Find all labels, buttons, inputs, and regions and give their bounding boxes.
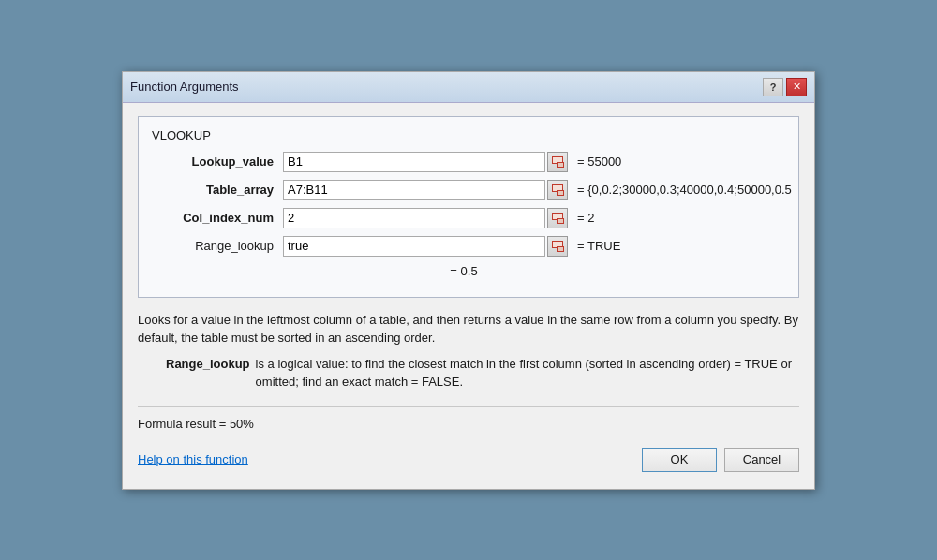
- formula-result-display: = 0.5: [450, 264, 477, 278]
- arg-row-1: Table_array= {0,0.2;30000,0.3;40000,0.4;…: [152, 180, 785, 200]
- arg-label-3: Range_lookup: [152, 239, 283, 253]
- ok-button[interactable]: OK: [642, 448, 717, 472]
- arg-result-0: = 55000: [577, 155, 621, 169]
- arg-row-3: Range_lookup= TRUE: [152, 236, 785, 257]
- footer-buttons: OK Cancel: [642, 448, 799, 472]
- arg-input-1[interactable]: [283, 180, 545, 200]
- param-description-text: is a logical value: to find the closest …: [256, 355, 799, 391]
- function-name: VLOOKUP: [152, 128, 785, 142]
- formula-result-row: = 0.5: [152, 264, 785, 278]
- arg-label-2: Col_index_num: [152, 211, 283, 225]
- collapse-icon-2: [551, 212, 564, 225]
- arg-input-0[interactable]: [283, 152, 545, 172]
- separator: [138, 406, 799, 407]
- dialog-content: VLOOKUP Lookup_value= 55000Table_array= …: [123, 103, 814, 489]
- arg-input-wrapper-3: = TRUE: [283, 236, 785, 257]
- collapse-icon-0: [551, 155, 564, 169]
- close-button[interactable]: ✕: [786, 78, 807, 96]
- arg-result-3: = TRUE: [577, 239, 620, 253]
- collapse-icon-1: [551, 184, 564, 197]
- collapse-btn-3[interactable]: [547, 236, 568, 257]
- formula-footer: Formula result = 50%: [138, 417, 799, 431]
- arg-result-1: = {0,0.2;30000,0.3;40000,0.4;50000,0.5: [577, 183, 792, 197]
- description-section: Looks for a value in the leftmost column…: [138, 307, 799, 399]
- arg-rows: Lookup_value= 55000Table_array= {0,0.2;3…: [152, 152, 785, 257]
- main-description: Looks for a value in the leftmost column…: [138, 311, 799, 347]
- cancel-button[interactable]: Cancel: [724, 448, 799, 472]
- title-bar: Function Arguments ? ✕: [123, 72, 814, 103]
- collapse-icon-3: [551, 240, 564, 253]
- arg-input-2[interactable]: [283, 208, 545, 228]
- param-description: Range_lookup is a logical value: to find…: [138, 355, 799, 391]
- arg-label-0: Lookup_value: [152, 155, 283, 169]
- dialog-title: Function Arguments: [130, 80, 239, 94]
- function-box: VLOOKUP Lookup_value= 55000Table_array= …: [138, 116, 799, 298]
- title-bar-buttons: ? ✕: [763, 78, 807, 96]
- arg-row-0: Lookup_value= 55000: [152, 152, 785, 172]
- param-name: Range_lookup: [166, 355, 250, 374]
- formula-result-text: Formula result = 50%: [138, 417, 254, 431]
- collapse-btn-2[interactable]: [547, 208, 568, 228]
- arg-row-2: Col_index_num= 2: [152, 208, 785, 228]
- arg-result-2: = 2: [577, 211, 594, 225]
- help-link[interactable]: Help on this function: [138, 452, 248, 466]
- collapse-btn-0[interactable]: [547, 152, 568, 172]
- arg-input-wrapper-2: = 2: [283, 208, 785, 228]
- arg-input-3[interactable]: [283, 236, 545, 257]
- arg-label-1: Table_array: [152, 183, 283, 197]
- dialog-footer: Help on this function OK Cancel: [138, 440, 799, 476]
- collapse-btn-1[interactable]: [547, 180, 568, 200]
- arg-input-wrapper-0: = 55000: [283, 152, 785, 172]
- function-arguments-dialog: Function Arguments ? ✕ VLOOKUP Lookup_va…: [122, 71, 815, 490]
- help-button[interactable]: ?: [763, 78, 783, 96]
- arg-input-wrapper-1: = {0,0.2;30000,0.3;40000,0.4;50000,0.5: [283, 180, 792, 200]
